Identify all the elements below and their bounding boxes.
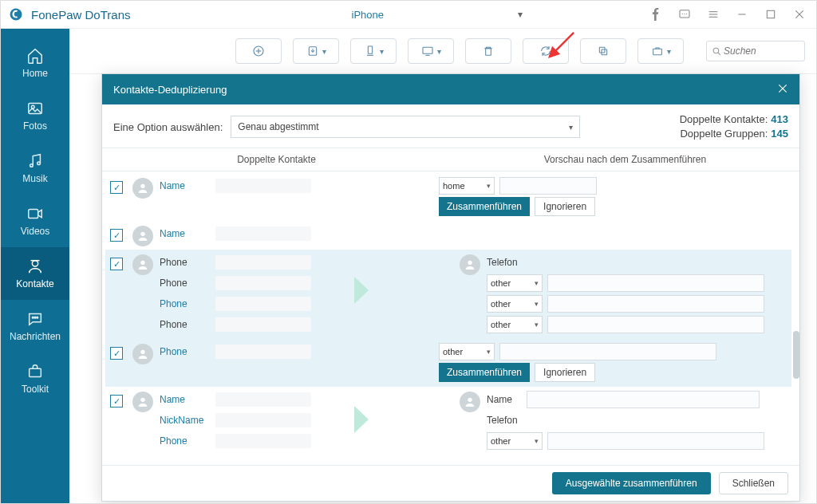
select-checkbox[interactable]: ✓ xyxy=(110,395,123,408)
minimize-button[interactable] xyxy=(733,6,751,23)
merge-button[interactable]: Zusammenführen xyxy=(439,363,530,382)
value-input[interactable] xyxy=(547,274,764,292)
type-select[interactable]: home▾ xyxy=(439,177,495,195)
search-box[interactable] xyxy=(706,41,805,61)
delete-button[interactable] xyxy=(465,38,511,64)
video-icon xyxy=(25,205,45,222)
modal-close-button[interactable] xyxy=(777,83,788,96)
field-label: Phone xyxy=(160,346,215,357)
svg-rect-21 xyxy=(30,368,41,376)
avatar-icon xyxy=(460,392,480,412)
list-item: ✓ Name home▾ Zusammenführen xyxy=(105,173,791,221)
facebook-icon[interactable] xyxy=(647,6,665,23)
search-input[interactable] xyxy=(722,45,789,57)
sidebar-item-fotos[interactable]: Fotos xyxy=(1,89,69,142)
sidebar-item-home[interactable]: Home xyxy=(1,37,69,89)
type-select[interactable]: other▾ xyxy=(487,295,543,313)
value-input[interactable] xyxy=(547,316,764,333)
ignore-button[interactable]: Ignorieren xyxy=(535,363,595,382)
sidebar-item-toolkit[interactable]: Toolkit xyxy=(1,352,69,405)
svg-point-45 xyxy=(468,398,472,402)
add-button[interactable] xyxy=(235,38,282,64)
app-window: FonePaw DoTrans iPhone ▾ Home Fotos xyxy=(0,0,817,504)
field-value xyxy=(215,297,311,311)
avatar-icon xyxy=(132,226,153,246)
type-select[interactable]: other▾ xyxy=(487,432,543,450)
main-panel: ▾ ▾ ▾ ▾ Kontakte-Deduplizierung xyxy=(69,29,816,504)
svg-rect-15 xyxy=(29,210,38,219)
sidebar-item-nachrichten[interactable]: Nachrichten xyxy=(1,300,69,352)
toolbar: ▾ ▾ ▾ ▾ xyxy=(69,29,816,74)
svg-point-42 xyxy=(468,261,472,265)
svg-point-3 xyxy=(686,14,687,14)
device-name: iPhone xyxy=(352,9,384,21)
dup-groups-label: Doppelte Gruppen: xyxy=(680,128,768,140)
menu-icon[interactable] xyxy=(705,6,722,23)
svg-rect-31 xyxy=(599,47,605,53)
option-value: Genau abgestimmt xyxy=(238,121,318,132)
contacts-icon xyxy=(25,258,45,275)
import-button[interactable]: ▾ xyxy=(293,38,339,64)
close-button[interactable] xyxy=(791,6,808,23)
sidebar-item-label: Toolkit xyxy=(22,384,49,395)
type-select[interactable]: other▾ xyxy=(487,274,543,292)
select-checkbox[interactable]: ✓ xyxy=(110,258,123,270)
field-label: Name xyxy=(160,228,215,239)
avatar-icon xyxy=(132,178,153,199)
field-label: NickName xyxy=(160,415,215,426)
merge-selected-button[interactable]: Ausgewählte zusammenführen xyxy=(552,472,711,494)
value-input[interactable] xyxy=(499,177,597,195)
value-input[interactable] xyxy=(547,432,764,450)
value-input[interactable] xyxy=(499,343,716,360)
col-left-header: Doppelte Kontakte xyxy=(102,154,451,165)
refresh-button[interactable] xyxy=(523,38,569,64)
svg-point-13 xyxy=(30,164,34,167)
maximize-button[interactable] xyxy=(762,6,780,23)
svg-line-35 xyxy=(718,53,720,55)
option-select[interactable]: Genau abgestimmt ▾ xyxy=(231,116,580,138)
field-value xyxy=(215,226,311,241)
ignore-button[interactable]: Ignorieren xyxy=(535,197,595,216)
dup-contacts-label: Doppelte Kontakte: xyxy=(680,113,768,125)
dedup-button[interactable] xyxy=(580,38,626,64)
sidebar-item-musik[interactable]: Musik xyxy=(1,142,69,195)
select-checkbox[interactable]: ✓ xyxy=(110,181,123,194)
field-value xyxy=(215,392,311,407)
value-input[interactable] xyxy=(527,391,760,408)
modal-columns: Doppelte Kontakte Vorschau nach dem Zusa… xyxy=(102,148,799,171)
field-value xyxy=(215,276,311,290)
select-checkbox[interactable]: ✓ xyxy=(110,229,123,242)
scrollbar-thumb[interactable] xyxy=(793,331,799,379)
value-input[interactable] xyxy=(547,295,764,313)
type-select[interactable]: other▾ xyxy=(439,343,495,360)
list-item: ✓ Name xyxy=(105,221,791,250)
home-icon xyxy=(25,47,45,65)
sidebar-item-kontakte[interactable]: Kontakte xyxy=(1,247,69,300)
svg-rect-28 xyxy=(423,47,432,53)
sidebar-item-label: Nachrichten xyxy=(10,331,61,342)
field-label: Phone xyxy=(160,257,215,268)
sidebar-item-label: Fotos xyxy=(23,120,47,132)
svg-rect-26 xyxy=(368,46,372,53)
svg-point-16 xyxy=(32,261,37,266)
select-checkbox[interactable]: ✓ xyxy=(110,347,123,360)
close-modal-button[interactable]: Schließen xyxy=(719,472,788,494)
avatar-icon xyxy=(460,254,480,275)
svg-point-20 xyxy=(37,317,38,318)
feedback-icon[interactable] xyxy=(676,6,693,23)
sidebar-item-label: Kontakte xyxy=(16,278,53,289)
toolkit-icon xyxy=(25,363,45,380)
backup-button[interactable]: ▾ xyxy=(637,38,684,64)
dedup-modal: Kontakte-Deduplizierung Eine Option ausw… xyxy=(101,73,800,502)
field-value xyxy=(215,434,311,448)
device-selector[interactable]: iPhone ▾ xyxy=(346,4,523,25)
export-device-button[interactable]: ▾ xyxy=(350,38,397,64)
list-item: ✓ Phone other▾ Zusammenführen Ignorieren xyxy=(105,339,791,387)
merge-button[interactable]: Zusammenführen xyxy=(439,197,530,216)
export-pc-button[interactable]: ▾ xyxy=(408,38,454,64)
type-select[interactable]: other▾ xyxy=(487,316,543,333)
field-value xyxy=(215,345,311,359)
sidebar-item-videos[interactable]: Videos xyxy=(1,195,69,247)
svg-rect-8 xyxy=(767,10,774,18)
field-label: Phone xyxy=(160,278,215,289)
